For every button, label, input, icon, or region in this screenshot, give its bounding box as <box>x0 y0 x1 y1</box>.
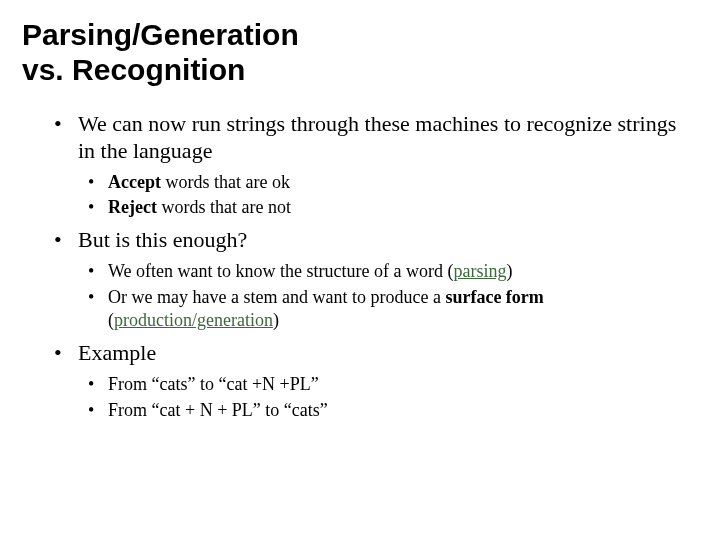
bullet-3: Example From “cats” to “cat +N +PL” From… <box>78 340 698 422</box>
b2s2-post: ) <box>273 310 279 330</box>
b2s1-pre: We often want to know the structure of a… <box>108 261 453 281</box>
bullet-2-text: But is this enough? <box>78 227 247 252</box>
bullet-1-text: We can now run strings through these mac… <box>78 111 676 163</box>
accept-rest: words that are ok <box>161 172 290 192</box>
b2s2-pre: Or we may have a stem and want to produc… <box>108 287 445 307</box>
bullet-1-sub: Accept words that are ok Reject words th… <box>78 171 698 220</box>
bullet-2-sub-2: Or we may have a stem and want to produc… <box>108 286 698 333</box>
bullet-2: But is this enough? We often want to kno… <box>78 227 698 332</box>
title-line-1: Parsing/Generation <box>22 18 299 51</box>
accept-label: Accept <box>108 172 161 192</box>
bullet-1: We can now run strings through these mac… <box>78 111 698 219</box>
bullet-2-sub-1: We often want to know the structure of a… <box>108 260 698 283</box>
bullet-list: We can now run strings through these mac… <box>22 111 698 422</box>
bullet-3-sub-1: From “cats” to “cat +N +PL” <box>108 373 698 396</box>
b3s2-text: From “cat + N + PL” to “cats” <box>108 400 328 420</box>
reject-rest: words that are not <box>157 197 291 217</box>
slide-title: Parsing/Generation vs. Recognition <box>22 18 698 87</box>
bullet-1-sub-1: Accept words that are ok <box>108 171 698 194</box>
bullet-3-text: Example <box>78 340 156 365</box>
parsing-term: parsing <box>453 261 506 281</box>
bullet-2-sub: We often want to know the structure of a… <box>78 260 698 332</box>
bullet-1-sub-2: Reject words that are not <box>108 196 698 219</box>
b3s1-text: From “cats” to “cat +N +PL” <box>108 374 319 394</box>
b2s1-post: ) <box>506 261 512 281</box>
production-generation-term: production/generation <box>114 310 273 330</box>
reject-label: Reject <box>108 197 157 217</box>
title-line-2: vs. Recognition <box>22 53 245 86</box>
bullet-3-sub: From “cats” to “cat +N +PL” From “cat + … <box>78 373 698 422</box>
bullet-3-sub-2: From “cat + N + PL” to “cats” <box>108 399 698 422</box>
surface-form-bold: surface form <box>445 287 543 307</box>
